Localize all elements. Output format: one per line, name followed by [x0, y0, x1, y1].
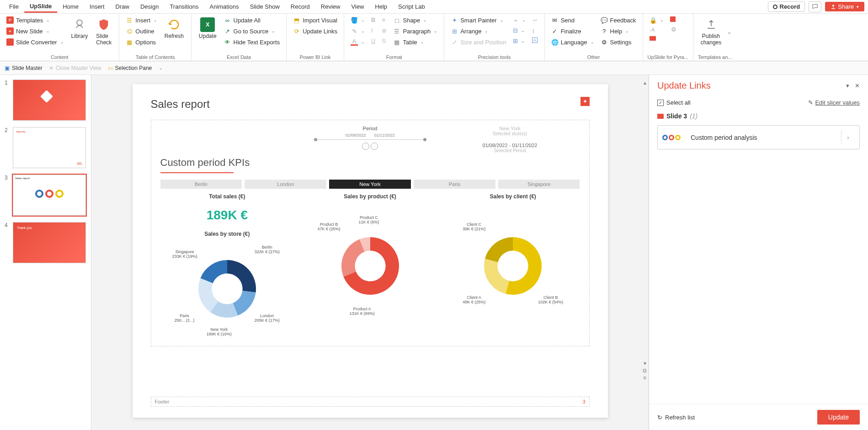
send-button[interactable]: ✉Send	[549, 16, 596, 25]
size-position-button[interactable]: ⤢Size and Position	[449, 37, 508, 47]
language-button[interactable]: 🌐Language⌄	[549, 37, 596, 47]
group-label-other: Other	[549, 53, 638, 60]
update-button[interactable]: Update	[817, 410, 860, 425]
pyr1-button[interactable]: 🔒⌄	[648, 16, 666, 25]
finalize-button[interactable]: ✓Finalize	[549, 27, 596, 36]
toc-insert-button[interactable]: ☰Insert⌄	[124, 16, 159, 25]
city-tab-paris[interactable]: Paris	[414, 180, 495, 189]
city-tab-newyork[interactable]: New York	[329, 180, 411, 189]
align1-button[interactable]: ⫠⌄	[511, 16, 527, 24]
thumb-2[interactable]: Agenda00.	[13, 127, 86, 168]
scroll-down-icon[interactable]: ▾	[644, 360, 646, 366]
menu-file[interactable]: File	[4, 1, 24, 12]
menu-transitions[interactable]: Transitions	[164, 1, 204, 12]
templates-button[interactable]: PTemplates⌄	[5, 16, 66, 25]
city-tab-london[interactable]: London	[245, 180, 326, 189]
menu-animations[interactable]: Animations	[204, 1, 244, 12]
table-button[interactable]: ▦Table⌄	[391, 37, 439, 47]
slide-converter-button[interactable]: Slide Converter⌄	[5, 37, 66, 47]
refresh-button[interactable]: Refresh	[162, 16, 186, 41]
outline-color-button[interactable]: ✎⌄	[349, 27, 367, 36]
smart-painter-button[interactable]: ✦Smart Painter⌄	[449, 16, 508, 25]
thumb-3[interactable]: Sales report	[13, 175, 86, 216]
link-card[interactable]: Custom period analysis ›	[657, 125, 860, 149]
align2-button[interactable]: ⊟⌄	[511, 26, 527, 35]
new-slide-button[interactable]: +New Slide⌄	[5, 27, 66, 36]
refresh-list-button[interactable]: ↻Refresh list	[657, 414, 695, 421]
slide-master-button[interactable]: ▣Slide Master	[5, 65, 43, 71]
menu-view[interactable]: View	[346, 1, 369, 12]
fit-icon[interactable]: ⧉	[643, 367, 647, 374]
outline-button[interactable]: ⌬Outline	[124, 27, 159, 36]
menu-insert[interactable]: Insert	[84, 1, 110, 12]
update-links-button[interactable]: ⟳Update Links	[291, 27, 339, 36]
excel-update-button[interactable]: XUpdate	[196, 16, 219, 41]
menu-scriptlab[interactable]: Script Lab	[393, 1, 431, 12]
menu-slideshow[interactable]: Slide Show	[245, 1, 285, 12]
donut-segment-label: London 205K € (17%)	[255, 314, 280, 323]
close-master-button[interactable]: ✕Close Master View	[49, 65, 101, 71]
align-center-button[interactable]: ≣	[380, 26, 389, 35]
slide-thumbnails: 1 2Agenda00. 3Sales report 4Thank you	[0, 75, 91, 430]
fill-button[interactable]: 🪣⌄	[349, 16, 367, 25]
record-button[interactable]: Record	[768, 1, 805, 12]
slide-canvas[interactable]: ▴ ▾ ⧉ ≡ Sales report ✦ Period 01/08/2022…	[91, 75, 649, 430]
update-all-button[interactable]: ∞Update All	[222, 16, 282, 25]
menu-draw[interactable]: Draw	[110, 1, 135, 12]
hw-button[interactable]: ↔	[530, 16, 540, 24]
underline-button[interactable]: U	[369, 37, 377, 45]
toolbar-overflow-button[interactable]: ⌄	[158, 66, 163, 70]
feedback-button[interactable]: 💬Feedback	[599, 16, 638, 25]
font-color-button[interactable]: A⌄	[349, 37, 367, 47]
text-fit-button[interactable]: A	[530, 37, 540, 44]
import-visual-button[interactable]: ⬒Import Visual	[291, 16, 339, 25]
shape-button[interactable]: ◻Shape⌄	[391, 16, 439, 25]
hide-exports-button[interactable]: 👁Hide Text Exports	[222, 37, 282, 47]
menu-review[interactable]: Review	[315, 1, 346, 12]
zoom-icon[interactable]: ≡	[643, 375, 646, 381]
menu-home[interactable]: Home	[57, 1, 84, 12]
hide-icon: 👁	[224, 38, 231, 46]
helpbtn-button[interactable]: ?Help⌄	[599, 27, 638, 36]
align3-button[interactable]: ⊞⌄	[511, 37, 527, 45]
go-to-source-button[interactable]: ↗Go to Source⌄	[222, 27, 282, 36]
thumb-4[interactable]: Thank you	[13, 222, 86, 263]
wh-button[interactable]: ↕	[530, 26, 540, 35]
card-expand-icon[interactable]: ›	[841, 130, 855, 144]
scroll-up-icon[interactable]: ▴	[644, 80, 646, 86]
share-button[interactable]: Share▾	[825, 2, 864, 11]
edit-slicer-button[interactable]: ✎Edit slicer values	[808, 99, 860, 106]
publish-changes-button[interactable]: Publish changes	[698, 16, 724, 48]
pyr4-button[interactable]	[668, 16, 679, 23]
city-tab-singapore[interactable]: Singapore	[498, 180, 580, 189]
ribbon-collapse-button[interactable]: ⌄	[727, 28, 732, 35]
pyr2-button[interactable]: ↓A	[648, 27, 666, 33]
arrange-button[interactable]: ⊞Arrange⌄	[449, 27, 508, 36]
menu-design[interactable]: Design	[135, 1, 164, 12]
menu-record[interactable]: Record	[285, 1, 315, 12]
panel-dropdown-icon[interactable]: ▾	[846, 82, 849, 89]
align-left-button[interactable]: ≡	[380, 16, 389, 24]
menu-upslide[interactable]: UpSlide	[24, 1, 57, 13]
city-tab-berlin[interactable]: Berlin	[160, 180, 242, 189]
thumb-1[interactable]	[13, 80, 86, 121]
settings-button[interactable]: ⚙Settings	[599, 37, 638, 47]
menubar: File UpSlide Home Insert Draw Design Tra…	[0, 0, 868, 14]
pyr5-button[interactable]: ⚙	[668, 25, 679, 34]
options-button[interactable]: ▦Options	[124, 37, 159, 47]
strike-button[interactable]: S	[380, 37, 389, 45]
group-label-toc: Table of Contents	[124, 53, 186, 60]
select-all-checkbox[interactable]: ✓Select all	[657, 99, 691, 106]
library-button[interactable]: Library	[69, 16, 91, 41]
bold-button[interactable]: B	[369, 16, 377, 24]
wand-icon: ✦	[451, 16, 458, 24]
slide-check-button[interactable]: Slide Check	[93, 16, 114, 48]
selection-pane-button[interactable]: ▭Selection Pane	[108, 65, 152, 71]
italic-button[interactable]: I	[369, 26, 377, 35]
mail-icon: ✉	[551, 16, 559, 24]
pyr3-button[interactable]	[648, 35, 666, 42]
paragraph-button[interactable]: ☰Paragraph⌄	[391, 27, 439, 36]
panel-close-icon[interactable]: ✕	[855, 82, 860, 89]
comments-button[interactable]	[809, 1, 821, 12]
menu-help[interactable]: Help	[369, 1, 393, 12]
